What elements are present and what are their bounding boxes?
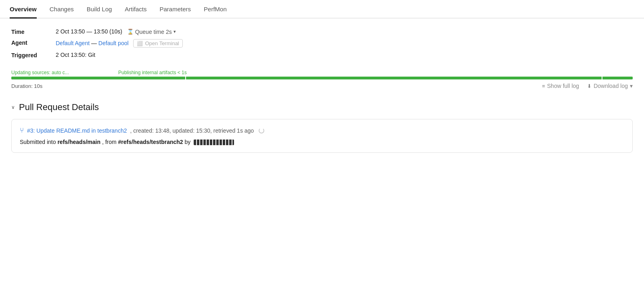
- pull-request-section-header[interactable]: ∨ Pull Request Details: [11, 102, 633, 112]
- pr-submitted-row: Submitted into refs/heads/main , from #r…: [20, 139, 624, 145]
- tabs-nav: Overview Changes Build Log Artifacts Par…: [0, 0, 644, 19]
- tab-build-log[interactable]: Build Log: [87, 0, 112, 19]
- progress-label-2: Publishing internal artifacts < 1s: [118, 70, 187, 75]
- progress-fill: [11, 77, 633, 79]
- pr-link[interactable]: #3: Update README.md in testbranch2: [27, 127, 127, 134]
- queue-time[interactable]: ⌛ Queue time 2s ▾: [127, 29, 176, 35]
- show-full-log-button[interactable]: ≡ Show full log: [542, 83, 579, 89]
- tab-parameters[interactable]: Parameters: [160, 0, 191, 19]
- agent-value: Default Agent — Default pool ⬜ Open Term…: [56, 39, 633, 48]
- pr-author-redacted: [194, 140, 234, 145]
- agent-pool-link[interactable]: Default pool: [98, 40, 129, 46]
- main-content: Time 2 Oct 13:50 — 13:50 (10s) ⌛ Queue t…: [0, 19, 644, 162]
- download-log-button[interactable]: ⬇ Download log ▾: [587, 83, 633, 89]
- pull-request-card: ⑂ #3: Update README.md in testbranch2 , …: [11, 119, 633, 153]
- queue-chevron-icon: ▾: [174, 29, 176, 34]
- time-value: 2 Oct 13:50 — 13:50 (10s) ⌛ Queue time 2…: [56, 28, 633, 35]
- duration-text: Duration: 10s: [11, 83, 42, 89]
- pr-meta: , created: 13:48, updated: 15:30, retrie…: [130, 127, 254, 134]
- log-actions: ≡ Show full log ⬇ Download log ▾: [542, 83, 633, 89]
- terminal-label: Open Terminal: [145, 40, 179, 46]
- progress-label-1: Updating sources: auto c...: [11, 70, 118, 75]
- agent-dash: —: [91, 40, 98, 46]
- progress-track: [11, 77, 633, 79]
- progress-tick-2: [602, 75, 602, 81]
- pr-submitted-text: Submitted into: [20, 139, 56, 145]
- progress-tick-1: [185, 75, 186, 81]
- queue-time-label: Queue time 2s: [135, 29, 172, 35]
- progress-labels: Updating sources: auto c... Publishing i…: [11, 70, 633, 75]
- triggered-label: Triggered: [11, 52, 56, 58]
- download-icon: ⬇: [587, 83, 592, 89]
- pr-merge-icon: ⑂: [20, 127, 24, 135]
- pr-from-text: , from: [102, 139, 117, 145]
- time-text: 2 Oct 13:50 — 13:50 (10s): [56, 28, 122, 35]
- open-terminal-button[interactable]: ⬜ Open Terminal: [133, 39, 182, 48]
- agent-link[interactable]: Default Agent: [56, 40, 90, 46]
- pr-title-row: ⑂ #3: Update README.md in testbranch2 , …: [20, 127, 624, 135]
- pr-target-branch: refs/heads/main: [57, 139, 100, 145]
- hourglass-icon: ⌛: [127, 29, 134, 35]
- build-info-table: Time 2 Oct 13:50 — 13:50 (10s) ⌛ Queue t…: [11, 28, 633, 58]
- tab-overview[interactable]: Overview: [10, 0, 37, 19]
- download-chevron-icon: ▾: [630, 83, 633, 89]
- pr-source-branch: #refs/heads/testbranch2: [118, 139, 183, 145]
- duration-row: Duration: 10s ≡ Show full log ⬇ Download…: [11, 83, 633, 89]
- terminal-icon: ⬜: [137, 41, 143, 46]
- tab-perfmon[interactable]: PerfMon: [204, 0, 227, 19]
- triggered-value: 2 Oct 13:50: Git: [56, 52, 633, 58]
- show-full-log-label: Show full log: [547, 83, 579, 89]
- tab-artifacts[interactable]: Artifacts: [125, 0, 146, 19]
- tab-changes[interactable]: Changes: [50, 0, 74, 19]
- lines-icon: ≡: [542, 83, 545, 89]
- download-log-label: Download log: [594, 83, 628, 89]
- pr-by-text: by: [185, 139, 191, 145]
- agent-label: Agent: [11, 39, 56, 48]
- section-collapse-icon: ∨: [11, 104, 15, 110]
- pr-refresh-spinner: [259, 128, 264, 133]
- time-label: Time: [11, 28, 56, 35]
- pull-request-section-title: Pull Request Details: [19, 102, 99, 112]
- progress-section: Updating sources: auto c... Publishing i…: [11, 70, 633, 79]
